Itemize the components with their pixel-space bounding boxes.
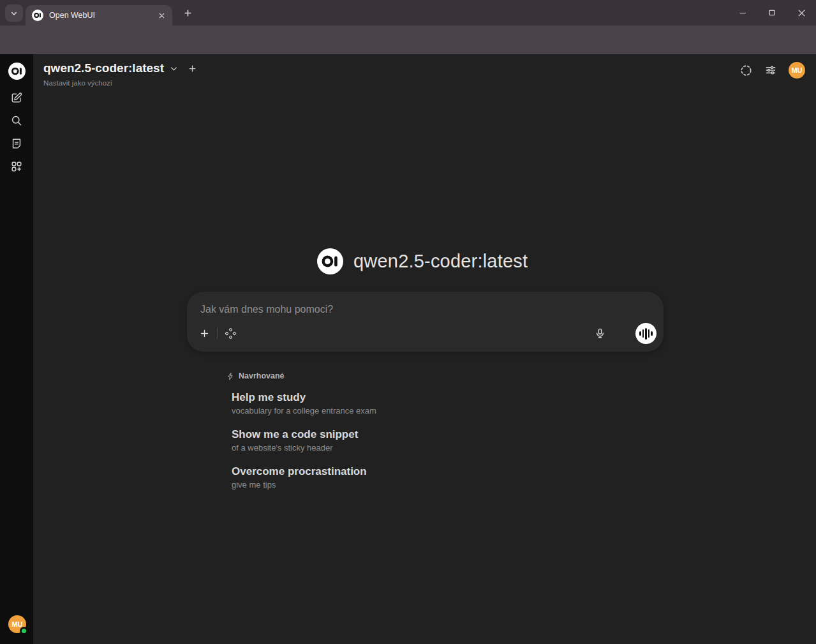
voice-mode-button[interactable] [635,323,657,344]
set-default-button[interactable]: Nastavit jako výchozí [43,79,112,87]
tab-search-button[interactable] [5,4,23,22]
suggestion-item[interactable]: Overcome procrastination give me tips [232,464,635,491]
chat-controls-icon[interactable] [764,63,778,77]
suggestion-subtitle: vocabulary for a college entrance exam [232,405,635,417]
openwebui-favicon-icon [32,10,43,21]
header-actions: MU [739,62,805,79]
tools-icon[interactable] [221,324,240,343]
chevron-down-icon [169,64,179,73]
sidebar: MU [0,54,33,644]
chevron-down-icon [10,9,19,18]
workspace-icon[interactable] [0,155,33,178]
suggestion-subtitle: of a website's sticky header [232,442,635,454]
browser-tab[interactable]: Open WebUI [26,5,172,26]
suggested-label: Navrhované [226,371,635,380]
main-area: qwen2.5-coder:latest Nastavit jako výcho… [33,54,816,644]
maximize-button[interactable] [757,0,787,26]
browser-toolbar: localhost:8080 8 ★ [0,26,816,54]
user-initials: MU [791,66,802,74]
online-status-dot [20,627,28,635]
search-icon[interactable] [0,109,33,132]
header-user-avatar[interactable]: MU [789,62,805,79]
sidebar-user-avatar[interactable]: MU [8,615,26,633]
suggestion-item[interactable]: Help me study vocabulary for a college e… [232,390,635,417]
suggestions-section: Navrhované Help me study vocabulary for … [226,371,635,501]
browser-window: Open WebUI [0,0,816,644]
suggestion-subtitle: give me tips [232,479,635,491]
composer-separator [217,327,218,339]
suggestion-title: Overcome procrastination [232,464,635,479]
composer-toolbar [187,322,664,345]
message-input[interactable] [200,301,641,318]
lightning-icon [226,372,235,380]
sidebar-logo-button[interactable] [0,59,33,82]
tab-title: Open WebUI [49,11,156,20]
openwebui-page: MU qwen2.5-coder:latest Nastavit jako vý… [0,54,816,644]
new-tab-button[interactable] [179,4,197,22]
message-composer[interactable] [187,292,664,352]
notes-icon[interactable] [0,132,33,155]
temporary-chat-icon[interactable] [739,63,753,77]
model-hero: qwen2.5-coder:latest [317,248,528,274]
add-model-icon[interactable] [188,64,197,73]
tab-strip: Open WebUI [0,0,816,26]
minimize-button[interactable] [728,0,757,26]
attach-plus-icon[interactable] [195,324,214,343]
suggestion-title: Show me a code snippet [232,427,635,442]
tab-close-icon[interactable] [156,10,167,21]
suggestions-list: Help me study vocabulary for a college e… [232,390,635,491]
microphone-icon[interactable] [590,324,609,343]
close-button[interactable] [787,0,816,26]
suggested-label-text: Navrhované [239,371,285,380]
openwebui-logo-icon [8,63,26,80]
suggestion-title: Help me study [232,390,635,405]
window-controls [728,0,816,26]
waveform-icon [639,328,653,340]
new-chat-icon[interactable] [0,86,33,109]
suggestion-item[interactable]: Show me a code snippet of a website's st… [232,427,635,454]
model-selector[interactable]: qwen2.5-coder:latest [43,61,197,75]
openwebui-logo-icon [317,248,343,274]
hero-model-title: qwen2.5-coder:latest [353,251,528,272]
model-name: qwen2.5-coder:latest [43,61,164,75]
